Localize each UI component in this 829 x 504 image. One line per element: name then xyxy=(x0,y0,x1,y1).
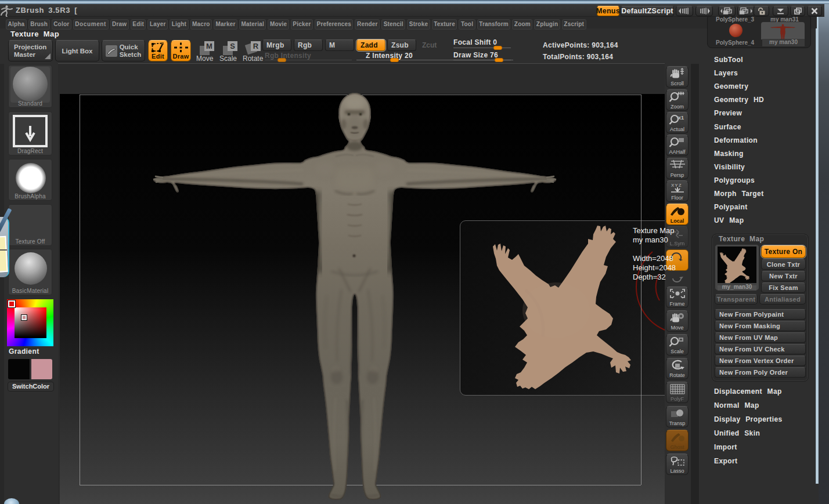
svg-text:XYZ: XYZ xyxy=(671,183,682,188)
svg-text:x1: x1 xyxy=(678,115,684,121)
